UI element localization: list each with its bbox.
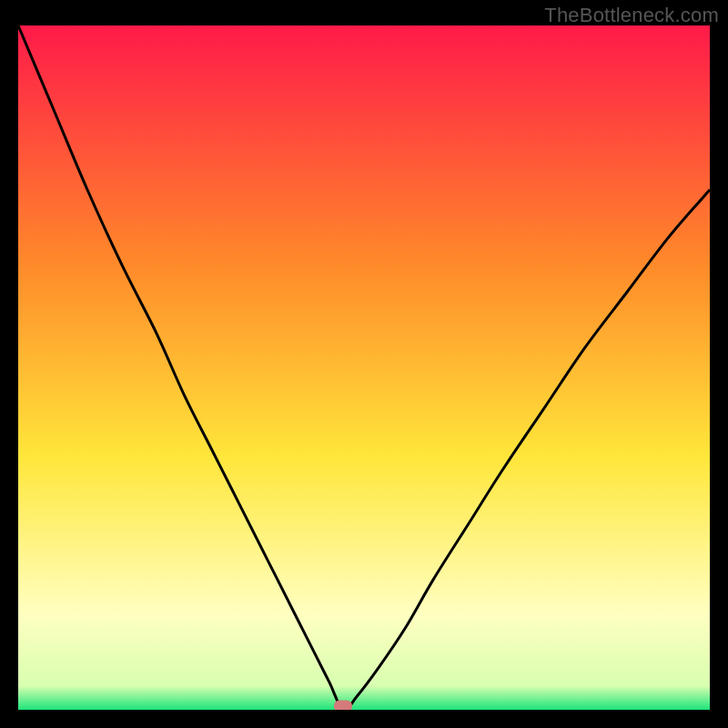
optimal-point-marker [334,701,352,711]
chart-container: TheBottleneck.com [0,0,728,728]
watermark-text: TheBottleneck.com [544,4,719,27]
plot-area [18,25,710,710]
bottleneck-curve [18,25,710,710]
